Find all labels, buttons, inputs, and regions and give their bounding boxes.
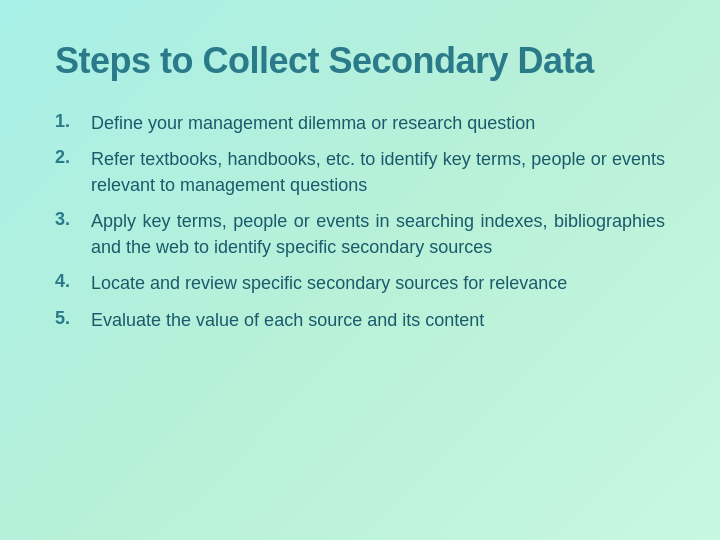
item-number: 3. bbox=[55, 208, 79, 230]
item-text: Refer textbooks, handbooks, etc. to iden… bbox=[91, 146, 665, 198]
item-text: Locate and review specific secondary sou… bbox=[91, 270, 567, 296]
content-list: 1.Define your management dilemma or rese… bbox=[55, 110, 665, 333]
item-text: Define your management dilemma or resear… bbox=[91, 110, 535, 136]
item-number: 4. bbox=[55, 270, 79, 292]
item-text: Apply key terms, people or events in sea… bbox=[91, 208, 665, 260]
slide-title: Steps to Collect Secondary Data bbox=[55, 40, 665, 82]
list-item: 3.Apply key terms, people or events in s… bbox=[55, 208, 665, 260]
slide-container: Steps to Collect Secondary Data 1.Define… bbox=[0, 0, 720, 540]
list-item: 2.Refer textbooks, handbooks, etc. to id… bbox=[55, 146, 665, 198]
list-item: 1.Define your management dilemma or rese… bbox=[55, 110, 665, 136]
item-text: Evaluate the value of each source and it… bbox=[91, 307, 484, 333]
item-number: 1. bbox=[55, 110, 79, 132]
item-number: 5. bbox=[55, 307, 79, 329]
list-item: 5.Evaluate the value of each source and … bbox=[55, 307, 665, 333]
list-item: 4.Locate and review specific secondary s… bbox=[55, 270, 665, 296]
item-number: 2. bbox=[55, 146, 79, 168]
